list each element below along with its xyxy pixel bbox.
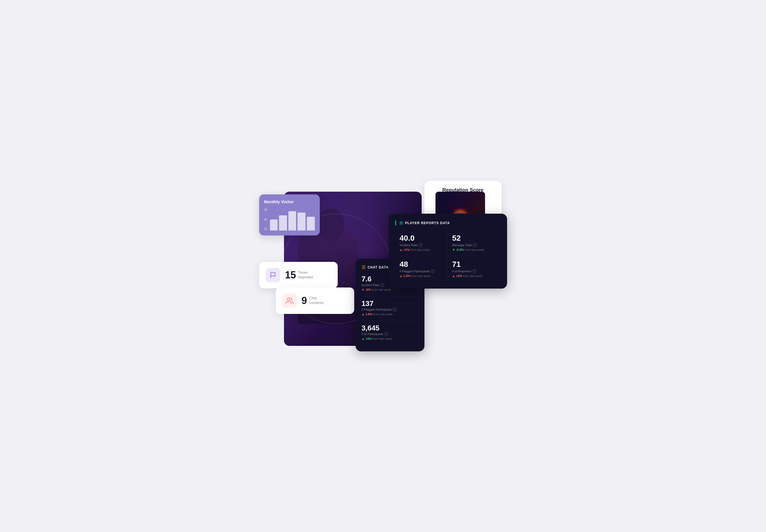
bar-4 <box>297 213 305 230</box>
pr-reporters-change: ▲ +2% from last week <box>452 274 496 278</box>
help-icon-pr-1: ? <box>418 243 422 247</box>
chart-y-labels: 30 20 10 <box>264 208 267 230</box>
chat-incidents-number: 9 <box>302 295 307 306</box>
pr-incident-rate-value: 40.0 <box>400 234 443 242</box>
pr-stat-message-total: 52 Message Total ? ▼ -0.3% from last wee… <box>448 230 500 256</box>
y-label-10: 10 <box>264 227 267 230</box>
times-reported-content: 15 Times Reported <box>285 269 313 281</box>
bar-1 <box>270 219 278 230</box>
bar-2 <box>279 215 287 230</box>
pr-reporters-value: 71 <box>452 260 496 268</box>
monthly-visitor-title: Monthly Visitor <box>264 199 315 204</box>
player-reports-stats-grid: 40.0 Incident Rate ? ▲ +1% from last wee… <box>395 230 500 282</box>
y-label-20: 20 <box>264 218 267 221</box>
teal-divider <box>395 220 396 226</box>
pr-flagged-label: # Flagged Participants ? <box>400 269 443 273</box>
bar-5 <box>307 217 315 230</box>
pr-message-total-label: Message Total ? <box>452 243 496 247</box>
times-reported-card: 15 Times Reported <box>259 262 338 288</box>
grid-icon: ⊞ <box>399 220 403 226</box>
svg-point-1 <box>287 298 289 300</box>
player-reports-title: PLAYER REPORTS DATA <box>405 221 450 225</box>
up-trend-icon-2: ▲ <box>362 337 365 340</box>
chat-incidents-content: 9 Chat Incidents <box>302 295 324 306</box>
help-icon-pr-2: ? <box>473 243 477 247</box>
up-icon-pr-1: ▲ <box>400 248 403 251</box>
chat-participants-change: ▲ +3% from last week <box>362 337 418 340</box>
chat-stat-participants: 3,645 # of Participants ? ▲ +3% from las… <box>362 324 418 340</box>
chat-stat-flagged: 137 # Flagged Participants ? ▲ 1.6% from… <box>362 300 418 316</box>
flag-icon-wrap <box>266 268 280 282</box>
chat-divider-1 <box>362 296 418 297</box>
help-icon-pr-3: ? <box>431 269 435 273</box>
chat-flagged-value: 137 <box>362 300 418 307</box>
help-icon-3: ? <box>384 332 388 336</box>
up-trend-icon-1: ▲ <box>362 313 365 316</box>
chat-data-title: CHAT DATA <box>368 265 389 269</box>
help-icon-1: ? <box>380 283 384 287</box>
down-trend-icon-1: ▼ <box>362 288 365 291</box>
times-reported-number: 15 <box>285 269 296 281</box>
down-icon-pr-2: ▼ <box>452 248 455 251</box>
monthly-visitor-card: Monthly Visitor 30 20 10 <box>259 194 320 235</box>
chat-data-icon: ☰ <box>362 265 366 270</box>
times-reported-label-line2: Reported <box>298 275 313 280</box>
pr-incident-rate-change: ▲ +1% from last week <box>400 248 443 251</box>
people-icon-wrap <box>282 294 297 308</box>
chat-flagged-label: # Flagged Participants ? <box>362 308 418 311</box>
chat-flagged-change: ▲ 1.6% from last week <box>362 313 418 316</box>
up-icon-pr-3: ▲ <box>400 274 403 278</box>
bar-3 <box>288 211 296 230</box>
pr-stat-incident-rate: 40.0 Incident Rate ? ▲ +1% from last wee… <box>395 230 448 256</box>
chat-divider-2 <box>362 321 418 321</box>
chat-incidents-label-line2: Incidents <box>309 301 324 305</box>
pr-stat-reporters: 71 # of Reporters ? ▲ +2% from last week <box>448 256 500 282</box>
pr-message-total-change: ▼ -0.3% from last week <box>452 248 496 251</box>
main-scene: Monthly Visitor 30 20 10 15 <box>259 181 507 351</box>
chat-incidents-label-line1: Chat <box>309 296 324 301</box>
help-icon-2: ? <box>393 308 397 311</box>
chat-incidents-card: 9 Chat Incidents <box>276 287 354 314</box>
chat-participants-value: 3,645 <box>362 324 418 332</box>
pr-flagged-value: 48 <box>400 260 443 268</box>
pr-incident-rate-label: Incident Rate ? <box>400 243 443 247</box>
times-reported-labels: Times Reported <box>298 270 313 280</box>
pr-flagged-change: ▲ 1.3% from last week <box>400 274 443 278</box>
chart-bars <box>270 211 315 230</box>
pr-reporters-label: # of Reporters ? <box>452 269 496 273</box>
player-reports-panel: ⊞ PLAYER REPORTS DATA 40.0 Incident Rate… <box>389 214 507 289</box>
times-reported-label-line1: Times <box>298 270 313 275</box>
up-icon-pr-4: ▲ <box>452 274 455 278</box>
y-label-30: 30 <box>264 208 267 211</box>
people-icon <box>286 297 293 305</box>
help-icon-pr-4: ? <box>472 269 476 273</box>
chat-participants-label: # of Participants ? <box>362 332 418 336</box>
chat-incidents-labels: Chat Incidents <box>309 296 324 305</box>
pr-message-total-value: 52 <box>452 234 496 242</box>
flag-icon <box>270 272 276 278</box>
pr-stat-flagged: 48 # Flagged Participants ? ▲ 1.3% from … <box>395 256 448 282</box>
player-reports-header: ⊞ PLAYER REPORTS DATA <box>395 220 500 226</box>
monthly-visitor-chart: 30 20 10 <box>264 208 315 230</box>
